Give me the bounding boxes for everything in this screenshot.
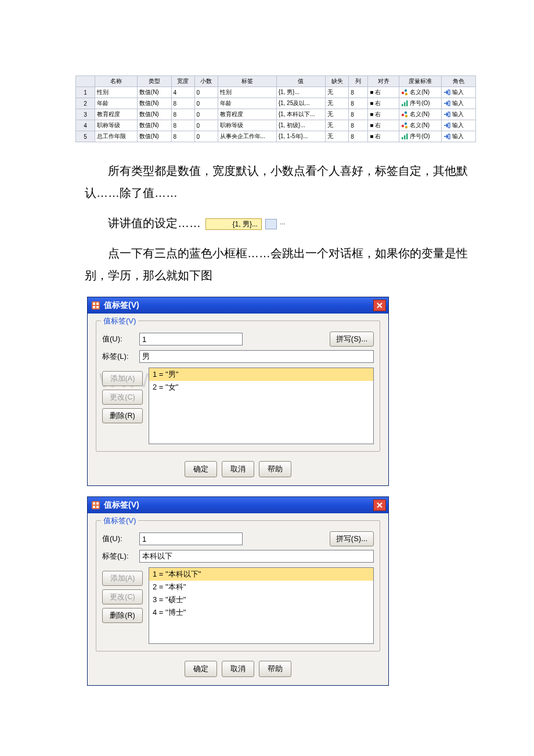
table-cell: 8	[349, 87, 368, 98]
value-field-label: 值(U):	[102, 534, 136, 544]
table-cell: 名义(N)	[399, 87, 442, 98]
spell-button[interactable]: 拼写(S)...	[330, 332, 374, 347]
cancel-button[interactable]: 取消	[222, 661, 254, 677]
change-button[interactable]: 更改(C)	[102, 589, 143, 604]
value-input[interactable]	[139, 333, 243, 345]
svg-rect-3	[448, 90, 450, 95]
add-button[interactable]: 添加(A)	[102, 571, 143, 586]
list-item[interactable]: 1 = "本科以下"	[149, 568, 373, 581]
remove-button[interactable]: 删除(R)	[102, 408, 143, 423]
add-button[interactable]: 添加(A)	[102, 371, 143, 386]
value-labels-group: 值标签(V) 值(U): 拼写(S)... 标签(L): 添加(A) 更改(C)…	[96, 520, 380, 651]
svg-rect-29	[96, 506, 99, 508]
list-item[interactable]: 3 = "硕士"	[149, 593, 373, 606]
table-cell: 总工作年限	[95, 131, 137, 142]
cancel-button[interactable]: 取消	[222, 461, 254, 477]
svg-rect-5	[404, 102, 406, 106]
table-cell: 8	[349, 109, 368, 120]
ok-button[interactable]: 确定	[185, 461, 217, 477]
table-cell: 5	[76, 131, 95, 142]
table-cell: 8	[349, 120, 368, 131]
list-item[interactable]: 4 = "博士"	[149, 606, 373, 619]
change-button[interactable]: 更改(C)	[102, 390, 143, 405]
value-labels-listbox[interactable]: 1 = "本科以下"2 = "本科"3 = "硕士"4 = "博士"	[149, 567, 374, 644]
table-cell: {1, 1-5年}...	[276, 131, 326, 142]
label-field-label: 标签(L):	[102, 551, 136, 561]
table-cell: 4	[76, 120, 95, 131]
table-row: 4职称等级数值(N)80职称等级{1, 初级}...无8■ 右名义(N)输入	[76, 120, 476, 131]
svg-point-13	[405, 123, 407, 125]
svg-point-1	[405, 89, 407, 92]
table-cell: 输入	[442, 109, 476, 120]
table-cell: 名义(N)	[399, 120, 442, 131]
table-cell: {1, 本科以下...	[276, 109, 326, 120]
table-cell: 教育程度	[95, 109, 137, 120]
label-input[interactable]	[139, 350, 374, 363]
list-item[interactable]: 1 = "男"	[149, 368, 373, 381]
table-cell: 无	[326, 87, 349, 98]
list-item[interactable]: 2 = "本科"	[149, 581, 373, 593]
measure-icon	[401, 122, 408, 129]
table-cell: ■ 右	[368, 87, 399, 98]
table-cell: 8	[171, 109, 194, 120]
svg-point-14	[405, 126, 407, 128]
table-cell: 数值(N)	[137, 98, 171, 109]
svg-rect-24	[96, 306, 99, 308]
table-cell: 序号(O)	[399, 98, 442, 109]
table-cell: 0	[194, 109, 218, 120]
list-item[interactable]: 2 = "女"	[149, 381, 373, 394]
paragraph-2: 讲讲值的设定…… {1, 男}... ···	[85, 212, 476, 234]
role-input-icon	[443, 133, 450, 140]
table-cell: {1, 男}...	[276, 87, 326, 98]
value-labels-group: 值标签(V) 值(U): 拼写(S)... 标签(L): 添加(A) 更改(C)…	[96, 321, 380, 452]
role-input-icon	[443, 89, 450, 96]
close-button[interactable]	[373, 300, 386, 311]
close-icon	[376, 302, 383, 309]
table-cell: 教育程度	[218, 109, 276, 120]
table-cell: 0	[194, 120, 218, 131]
value-cell-ellipsis-button[interactable]: ···	[265, 219, 277, 229]
column-header: 角色	[442, 76, 476, 87]
spell-button[interactable]: 拼写(S)...	[330, 531, 374, 546]
table-cell: 数值(N)	[137, 131, 171, 142]
svg-rect-6	[406, 100, 408, 106]
svg-point-2	[405, 93, 407, 95]
table-cell: 输入	[442, 87, 476, 98]
table-cell: 0	[194, 87, 218, 98]
svg-point-0	[402, 92, 404, 94]
table-cell: 序号(O)	[399, 131, 442, 142]
dialog-title-text: 值标签(V)	[104, 500, 139, 510]
table-row: 3教育程度数值(N)80教育程度{1, 本科以下...无8■ 右名义(N)输入	[76, 109, 476, 120]
table-cell: {1, 初级}...	[276, 120, 326, 131]
value-input[interactable]	[139, 532, 243, 545]
close-button[interactable]	[373, 499, 386, 511]
help-button[interactable]: 帮助	[259, 461, 291, 477]
table-cell: 无	[326, 98, 349, 109]
svg-rect-17	[404, 135, 406, 139]
table-cell: 从事央企工作年...	[218, 131, 276, 142]
svg-rect-19	[448, 134, 450, 139]
label-input[interactable]	[139, 550, 374, 563]
svg-rect-15	[448, 123, 450, 128]
column-header: 小数	[194, 76, 218, 87]
help-button[interactable]: 帮助	[259, 661, 291, 677]
table-cell: 无	[326, 131, 349, 142]
value-labels-listbox[interactable]: 1 = "男"2 = "女"	[149, 368, 374, 444]
table-cell: 性别	[218, 87, 276, 98]
table-cell: 0	[194, 131, 218, 142]
table-cell: 输入	[442, 131, 476, 142]
table-cell: 职称等级	[218, 120, 276, 131]
table-row: 5总工作年限数值(N)80从事央企工作年...{1, 1-5年}...无8■ 右…	[76, 131, 476, 142]
column-header: 宽度	[171, 76, 194, 87]
table-cell: 无	[326, 120, 349, 131]
svg-rect-23	[93, 306, 95, 308]
ok-button[interactable]: 确定	[185, 661, 217, 677]
svg-rect-26	[93, 502, 95, 505]
table-row: 2年龄数值(N)80年龄{1, 25及以...无8■ 右序号(O)输入	[76, 98, 476, 109]
table-cell: 性别	[95, 87, 137, 98]
table-cell: 无	[326, 109, 349, 120]
remove-button[interactable]: 删除(R)	[102, 608, 143, 623]
svg-point-12	[402, 125, 404, 127]
measure-icon	[401, 89, 408, 96]
app-icon	[91, 301, 100, 310]
